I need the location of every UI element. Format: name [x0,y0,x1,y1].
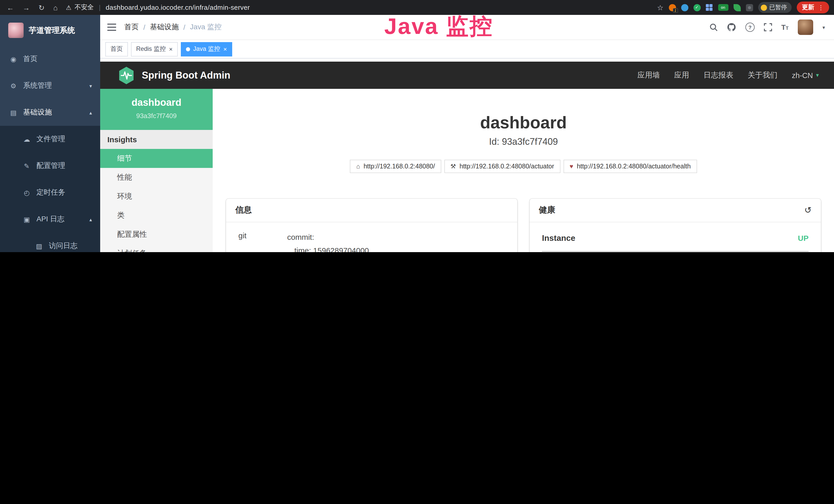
sidebar-item-label: 配置管理 [37,161,65,170]
bookmark-star-icon[interactable]: ☆ [657,3,663,12]
drop-extension-icon[interactable] [681,4,688,11]
help-icon[interactable]: ? [745,23,755,32]
dashboard-icon: ◉ [9,55,18,63]
sba-sidebar-item-details[interactable]: 细节 [100,149,213,168]
link-label: http://192.168.0.2:48080/actuator/health [577,163,691,170]
leaf-extension-icon[interactable] [733,4,741,11]
back-icon[interactable]: ← [7,3,14,12]
sba-sidebar-item-classes[interactable]: 类 [100,206,213,225]
sba-sidebar-item-performance[interactable]: 性能 [100,168,213,187]
url-bar[interactable]: dashboard.yudao.iocoder.cn/infra/admin-s… [106,4,250,11]
chevron-down-icon[interactable]: ▾ [822,24,825,30]
paused-label: 已暂停 [769,4,787,11]
app-logo [8,23,24,38]
active-dot [186,47,190,51]
forward-icon[interactable]: → [23,3,30,12]
heart-icon: ♥ [569,163,573,170]
info-card: 信息 git commit: time: 1596289704000 id: 2… [226,199,517,252]
sidebar-item-label: API 日志 [37,215,64,224]
font-small-glyph: T [786,26,789,31]
instance-name: dashboard [104,97,208,108]
tab-java-monitor[interactable]: Java 监控 × [181,42,232,56]
fullscreen-icon[interactable] [764,23,772,31]
sidebar-item-label: 基础设施 [23,108,52,117]
instance-header[interactable]: dashboard 93a3fc7f7409 [100,89,213,130]
sba-navbar: Spring Boot Admin 应用墙 应用 日志报表 关于我们 zh-CN… [100,62,834,89]
hamburger-icon[interactable] [107,24,116,31]
sba-nav-journal[interactable]: 日志报表 [704,70,733,80]
browser-home-icon[interactable]: ⌂ [53,3,58,12]
table-row: git commit: time: 1596289704000 id: 27aa… [238,231,505,252]
breadcrumb-infrastructure[interactable]: 基础设施 [150,23,179,32]
locale-selector[interactable]: zh-CN ▾ [792,71,819,79]
sidebar-item-label: 文件管理 [37,135,65,144]
tab-bar: 首页 Redis 监控 × Java 监控 × [100,40,834,59]
tab-home[interactable]: 首页 [105,42,128,56]
sidebar-item-access-logs[interactable]: ▨ 访问日志 [0,233,100,252]
sidebar-item-api-logs[interactable]: ▣ API 日志 ▴ [0,206,100,233]
admin-sidebar: 芋道管理系统 ◉ 首页 ⚙ 系统管理 ▾ ▤ 基础设施 ▴ ☁ 文件管理 ✎ 配… [0,15,100,252]
tab-label: Redis 监控 [136,45,166,53]
sba-nav-wallboard[interactable]: 应用墙 [637,70,660,80]
git-commit-line: commit: [287,231,369,244]
paused-extension-pill[interactable]: 已暂停 [758,2,792,13]
log-file-icon: ▨ [35,242,43,250]
warning-icon: ⚠ [66,4,71,11]
chevron-down-icon: ▾ [816,72,819,78]
reload-icon[interactable]: ↻ [39,3,44,12]
puzzle-extension-icon[interactable] [746,4,753,11]
locale-label: zh-CN [792,71,813,79]
sidebar-item-file-management[interactable]: ☁ 文件管理 [0,126,100,153]
sidebar-item-config-management[interactable]: ✎ 配置管理 [0,153,100,179]
health-url-link[interactable]: ♥ http://192.168.0.2:48080/actuator/heal… [563,160,697,173]
search-icon[interactable] [709,23,718,31]
font-large-glyph: T [781,23,786,31]
avatar[interactable] [798,20,813,35]
app-logo-row[interactable]: 芋道管理系统 [0,15,100,46]
close-icon[interactable]: × [223,46,227,52]
sba-nav-applications[interactable]: 应用 [674,70,689,80]
grid-extension-icon[interactable] [706,4,713,11]
breadcrumb-separator: / [143,23,146,31]
sba-sidebar-group-insights: Insights [100,130,213,149]
sba-logo-icon [118,66,135,85]
smiley-icon [761,4,767,10]
git-time-line: time: 1596289704000 [287,244,369,252]
history-icon[interactable]: ↺ [805,205,812,216]
sba-sidebar-item-environment[interactable]: 环境 [100,187,213,206]
font-size-icon[interactable]: TT [781,23,789,31]
on-toggle-extension-icon[interactable]: on [718,4,728,11]
sba-sidebar-item-scheduled-tasks[interactable]: 计划任务 [100,244,213,252]
fox-extension-icon[interactable]: 1 [668,4,676,11]
screen: ← → ↻ ⌂ ⚠ 不安全 | dashboard.yudao.iocoder.… [0,0,834,252]
github-icon[interactable] [727,23,736,32]
infrastructure-icon: ▤ [9,109,18,116]
sidebar-item-infrastructure[interactable]: ▤ 基础设施 ▴ [0,99,100,126]
gear-icon: ⚙ [9,82,18,90]
browser-menu-icon[interactable]: ⋮ [818,4,824,11]
card-title: 健康 [539,205,555,216]
link-label: http://192.168.0.2:48080/ [364,163,435,170]
pencil-icon: ✎ [23,162,31,170]
sidebar-item-home[interactable]: ◉ 首页 [0,46,100,72]
health-card: 健康 ↺ Instance UP [530,199,821,252]
divider: | [99,4,101,11]
tab-redis-monitor[interactable]: Redis 监控 × [131,42,178,56]
table-row: Instance UP [542,231,809,252]
sba-nav-about[interactable]: 关于我们 [748,70,777,80]
breadcrumb-home[interactable]: 首页 [124,23,139,32]
card-title: 信息 [235,205,252,216]
sidebar-item-system-management[interactable]: ⚙ 系统管理 ▾ [0,72,100,99]
chevron-up-icon: ▴ [89,110,92,115]
sba-brand-title: Spring Boot Admin [142,70,231,81]
sba-sidebar-item-config-props[interactable]: 配置属性 [100,225,213,244]
close-icon[interactable]: × [169,46,173,52]
update-button[interactable]: 更新 ⋮ [797,2,829,13]
security-label[interactable]: 不安全 [74,3,94,12]
actuator-url-link[interactable]: ⚒ http://192.168.0.2:48080/actuator [444,160,560,173]
service-url-link[interactable]: ⌂ http://192.168.0.2:48080/ [350,160,441,173]
sba-main: dashboard Id: 93a3fc7f7409 ⌂ http://192.… [213,89,834,252]
check-extension-icon[interactable]: ✓ [693,4,700,11]
sba-brand[interactable]: Spring Boot Admin [118,66,231,85]
sidebar-item-scheduled-tasks[interactable]: ◴ 定时任务 [0,179,100,206]
